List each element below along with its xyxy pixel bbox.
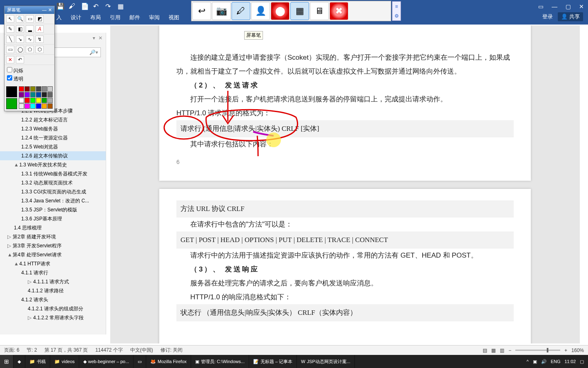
nav-item[interactable]: 1.3.5 JSP：Servlet的模版: [0, 205, 106, 214]
color-grid[interactable]: [19, 86, 53, 109]
tray-icon[interactable]: ^: [526, 359, 528, 364]
close-icon[interactable]: ✕: [579, 3, 584, 10]
status-lang[interactable]: 中文(中国): [130, 347, 153, 354]
region-icon[interactable]: ▦: [290, 2, 309, 20]
fg-color[interactable]: [6, 86, 17, 97]
taskbar-item[interactable]: ◆: [13, 355, 25, 368]
pen-icon[interactable]: ✎: [6, 25, 14, 33]
ime-indicator[interactable]: ENG: [551, 359, 561, 364]
nav-item[interactable]: 1.4 思维梳理: [0, 223, 106, 232]
status-words[interactable]: 114472 个字: [95, 347, 122, 354]
nav-item[interactable]: 1.3.1 传统Web服务器模式开发: [0, 169, 106, 178]
tab[interactable]: 视图: [169, 14, 179, 21]
highlight-icon[interactable]: ▂: [26, 25, 34, 33]
taskbar-item[interactable]: 📁 书稿: [25, 355, 50, 368]
zoom-level[interactable]: 160%: [571, 348, 584, 353]
zoom-icon[interactable]: 🔍: [16, 15, 24, 22]
shape-icon[interactable]: ⬡: [36, 46, 44, 53]
nav-item[interactable]: 4.1.1.2 请求路径: [0, 286, 106, 295]
rect-icon[interactable]: ▭: [6, 46, 14, 53]
palette-titlebar[interactable]: 屏幕笔 —✕: [4, 6, 54, 14]
mask-icon[interactable]: ◩: [36, 15, 44, 22]
nav-item[interactable]: ▲ 第4章 处理Servlet请求: [0, 250, 106, 259]
tab[interactable]: 邮件: [129, 14, 140, 21]
clock[interactable]: 11:02: [564, 359, 576, 364]
nav-item[interactable]: 1.3.6 JSP基本原理: [0, 214, 106, 223]
taskbar-item[interactable]: 📁 videos: [50, 355, 79, 368]
stop-icon[interactable]: ✖: [330, 2, 348, 20]
tab[interactable]: 设计: [71, 14, 81, 21]
taskbar-item[interactable]: 📝 无标题 – 记事本: [249, 355, 297, 368]
view-readmode-icon[interactable]: ▤: [483, 348, 487, 353]
record-icon[interactable]: ⬤: [271, 2, 290, 20]
delete-icon[interactable]: ✕: [6, 56, 14, 63]
tray-icon[interactable]: ▣: [533, 359, 537, 364]
dropdown-icon[interactable]: ▾: [93, 35, 95, 41]
text-icon[interactable]: A: [36, 25, 44, 33]
notification-icon[interactable]: ▢: [580, 359, 584, 364]
screen-pen-palette[interactable]: 屏幕笔 —✕ ↖ 🔍 ▭ ◩ ✎ ◧ ▂ A ╲ ↘ ∿ ↯ ▭ ◯ ⬠ ⬡ ✕…: [4, 6, 55, 111]
share-button[interactable]: 👤 共享: [558, 12, 583, 21]
start-button[interactable]: ⊞: [0, 355, 13, 368]
tab[interactable]: 引用: [110, 14, 120, 21]
nav-item[interactable]: ▲ 1.3 Web开发技术简史: [0, 160, 106, 169]
transparent-checkbox[interactable]: 透明: [7, 75, 52, 83]
nav-item[interactable]: ▷ 第3章 开发Servlet程序: [0, 241, 106, 250]
user-icon[interactable]: 👤: [251, 2, 270, 20]
ribbon-options-icon[interactable]: ▭: [538, 3, 543, 10]
back-icon[interactable]: ↩: [192, 2, 211, 20]
camera-icon[interactable]: 📷: [212, 2, 231, 20]
nav-item[interactable]: 4.1.2 请求头: [0, 295, 106, 304]
zoom-slider[interactable]: [515, 350, 560, 351]
taskbar-item[interactable]: ◆ web-beginner – po...: [79, 355, 134, 368]
qa-icon[interactable]: ▦: [118, 2, 125, 10]
ellipse-icon[interactable]: ◯: [16, 46, 24, 53]
nav-item[interactable]: ▷ 第2章 搭建开发环境: [0, 232, 106, 241]
zoom-out-icon[interactable]: −: [508, 348, 511, 353]
nav-item[interactable]: 1.3.3 CGI实现页面的动态生成: [0, 187, 106, 196]
status-section[interactable]: 节: 2: [27, 347, 37, 354]
nav-item[interactable]: 4.1.1 请求行: [0, 268, 106, 277]
nav-item[interactable]: 4.1.2.1 请求头的组成部分: [0, 304, 106, 313]
nav-item[interactable]: 1.2.5 Web浏览器: [0, 142, 106, 151]
eraser-icon[interactable]: ◧: [16, 25, 24, 33]
taskbar-item[interactable]: ▣ 管理员: C:\Windows...: [191, 355, 249, 368]
taskbar-item[interactable]: W JSP动态网页设计案...: [297, 355, 355, 368]
nav-item[interactable]: 1.3.4 Java Servlet：改进的 C...: [0, 196, 106, 205]
pen-icon[interactable]: 🖊: [232, 2, 250, 20]
view-web-icon[interactable]: ▥: [500, 348, 504, 353]
nav-item[interactable]: 1.2.4 统一资源定位器: [0, 133, 106, 142]
login-link[interactable]: 登录: [542, 13, 553, 20]
nav-item[interactable]: ▷ 4.1.1.1 请求方式: [0, 277, 106, 286]
tab[interactable]: 审阅: [149, 14, 160, 21]
minimize-icon[interactable]: —: [552, 3, 557, 10]
close-icon[interactable]: ✕: [48, 7, 52, 13]
select-icon[interactable]: ▭: [26, 15, 34, 22]
qa-icon[interactable]: 📄: [81, 2, 88, 10]
toolbar-handle[interactable]: ≡⚙: [392, 1, 401, 21]
nav-item[interactable]: 1.3.2 动态展现页面技术: [0, 178, 106, 187]
blink-checkbox[interactable]: 闪烁: [7, 67, 52, 75]
taskbar-item[interactable]: ▭: [134, 355, 146, 368]
qa-icon[interactable]: 🖌: [69, 2, 76, 10]
document-area[interactable]: （1）、 建立连接 连接的建立是通过申请套接字（Scoket）实现的。客户打开一…: [110, 25, 580, 343]
nav-item[interactable]: ▷ 4.1.2.2 常用请求头字段: [0, 313, 106, 322]
nav-item[interactable]: 1.2.2 超文本标记语言: [0, 115, 106, 124]
nav-item[interactable]: 1.2.6 超文本传输协议: [0, 151, 106, 160]
status-page[interactable]: 页面: 6: [4, 347, 19, 354]
zigzag-icon[interactable]: ↯: [36, 36, 44, 43]
screen-recorder-toolbar[interactable]: ↩ 📷 🖊 👤 ⬤ ▦ 🖥 ✖ ≡⚙: [191, 1, 391, 21]
maximize-icon[interactable]: ▢: [566, 3, 571, 10]
undo-icon[interactable]: ↶: [16, 56, 24, 63]
taskbar-item[interactable]: 🦊 Mozilla Firefox: [146, 355, 191, 368]
qa-undo-icon[interactable]: ↶: [93, 2, 100, 10]
nav-item[interactable]: 1.2.3 Web服务器: [0, 124, 106, 133]
status-pages[interactable]: 第 17 页，共 367 页: [45, 347, 88, 354]
cursor-icon[interactable]: ↖: [6, 15, 14, 22]
view-print-icon[interactable]: ▦: [491, 348, 496, 353]
status-track[interactable]: 修订: 关闭: [160, 347, 183, 354]
curve-icon[interactable]: ∿: [26, 36, 34, 43]
tab[interactable]: 布局: [90, 14, 101, 21]
poly-icon[interactable]: ⬠: [26, 46, 34, 53]
qa-icon[interactable]: 💾: [56, 2, 64, 10]
